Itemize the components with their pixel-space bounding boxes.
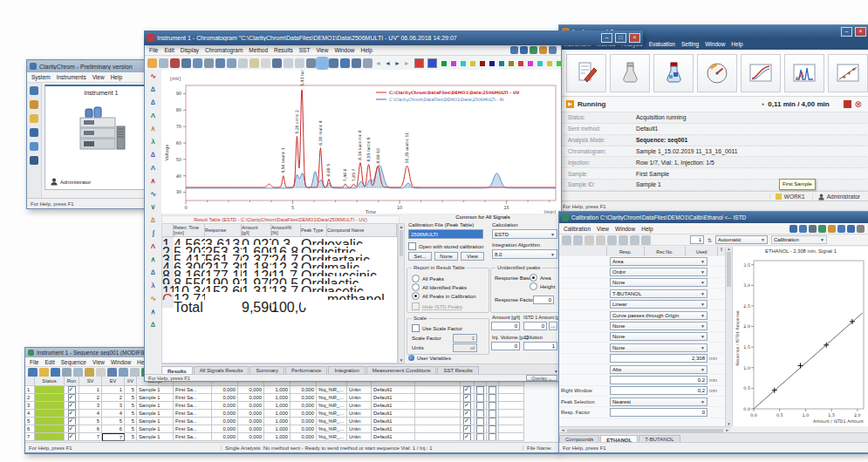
zoom-in-icon[interactable] xyxy=(272,58,282,68)
lock-baseline-tool-icon[interactable]: ∫ xyxy=(148,228,159,238)
baseline-tool-icon[interactable]: ∆ xyxy=(148,85,159,94)
view-dropdown[interactable]: Calibration▼ xyxy=(771,235,827,244)
level-spinner[interactable]: 1 xyxy=(690,235,704,244)
row-checkbox[interactable] xyxy=(463,410,471,418)
settings-gear-icon[interactable] xyxy=(30,100,38,109)
row-checkbox[interactable] xyxy=(463,425,471,433)
response-base-radio[interactable] xyxy=(530,274,537,282)
zoom-out-icon[interactable] xyxy=(619,235,628,245)
axis-units-tool-icon[interactable]: ∿ xyxy=(148,71,159,81)
undo-icon[interactable] xyxy=(584,235,594,245)
integration-tool-icon[interactable]: λ xyxy=(148,137,159,146)
peak-width-tool-icon[interactable]: ∆ xyxy=(148,150,159,160)
run-checkbox[interactable] xyxy=(68,394,76,402)
paste-icon[interactable] xyxy=(130,368,140,377)
main-window-titlebar[interactable]: ClarityChrom - Preliminary version xyxy=(27,60,162,72)
save-sequence-icon[interactable] xyxy=(51,368,60,377)
use-scale-row[interactable]: Use Scale Factor xyxy=(412,324,462,332)
calibration-property-dropdown[interactable]: Linear▼ xyxy=(610,300,707,309)
menu-item-window[interactable]: Window xyxy=(705,41,725,47)
overlay-signal-color-10[interactable] xyxy=(509,61,514,66)
results-tab-performance[interactable]: Performance xyxy=(285,366,327,374)
zoom-in-icon[interactable] xyxy=(607,235,617,245)
row-checkbox[interactable] xyxy=(463,433,471,441)
menu-item-edit[interactable]: Edit xyxy=(164,47,174,53)
menu-item-file[interactable]: File xyxy=(149,47,158,53)
inj-volume-field[interactable]: 0 xyxy=(491,342,520,350)
sequence-column-header[interactable] xyxy=(25,377,35,386)
sequence-button[interactable] xyxy=(653,54,694,92)
overlay-signal-color-13[interactable] xyxy=(537,61,543,66)
redo-icon[interactable] xyxy=(96,368,106,377)
menu-item-view[interactable]: View xyxy=(92,74,105,80)
overlay-signal-color-5[interactable] xyxy=(461,61,466,66)
annotate-icon[interactable] xyxy=(363,58,372,68)
run-checkbox[interactable] xyxy=(68,433,76,441)
open-chromatogram-icon[interactable] xyxy=(147,58,157,68)
new-calibration-icon[interactable] xyxy=(789,225,797,233)
menu-item-edit[interactable]: Edit xyxy=(44,359,54,365)
stop-button[interactable] xyxy=(844,100,851,108)
zoom-out-icon[interactable] xyxy=(284,58,293,68)
globe-icon[interactable] xyxy=(847,225,855,233)
open-stored-checkbox[interactable] xyxy=(408,242,416,250)
open-folder-icon[interactable] xyxy=(30,114,38,123)
calibration-grid-column-header[interactable]: Resp. xyxy=(607,247,645,256)
results-tab-sst-results[interactable]: SST Results xyxy=(437,366,478,374)
results-tab-all-signals-results[interactable]: All Signals Results xyxy=(194,366,249,374)
scroll-up-arrow[interactable]: ▲ xyxy=(399,224,404,229)
results-tab-measurement-conditions[interactable]: Measurement Conditions xyxy=(366,366,437,374)
use-scale-checkbox[interactable] xyxy=(412,324,420,332)
menu-item-setting[interactable]: Setting xyxy=(681,41,699,47)
menu-item-help[interactable]: Help xyxy=(361,47,372,53)
calibration-property-dropdown[interactable]: Nearest▼ xyxy=(610,397,707,406)
result-table-scrollbar[interactable]: ▲ ▼ xyxy=(398,223,405,363)
result-column-header[interactable]: Compound Name xyxy=(327,224,397,237)
menu-item-display[interactable]: Display xyxy=(181,47,199,53)
print-icon[interactable] xyxy=(204,58,214,68)
menu-item-calibration[interactable]: Calibration xyxy=(564,226,591,232)
row-checkbox[interactable] xyxy=(463,402,471,410)
data-acquisition-button[interactable] xyxy=(741,54,781,92)
result-column-header[interactable]: Peak Type xyxy=(301,224,327,237)
result-row[interactable]: 98,550190,9341,97020,5Ordnrlactic xyxy=(162,276,397,284)
open-method-icon[interactable] xyxy=(510,46,518,54)
sequence-row[interactable]: 5555Sample 1First Sa...0,0000,0001,0000,… xyxy=(25,418,559,425)
mode-dropdown[interactable]: Automatic▼ xyxy=(715,235,768,244)
overlay-signal-color-8[interactable] xyxy=(489,61,495,66)
overlay-icon[interactable] xyxy=(520,46,528,54)
report-tool-icon[interactable]: ∆ xyxy=(148,320,159,330)
sequence-row[interactable]: 4445Sample 1First Sa...0,0000,0001,0000,… xyxy=(25,410,559,418)
menu-item-results[interactable]: Results xyxy=(274,47,293,53)
detector-tool-icon[interactable]: ∆ xyxy=(148,268,159,277)
save-icon[interactable] xyxy=(159,58,168,68)
report-radio[interactable] xyxy=(412,283,420,291)
menu-item-evaluation[interactable]: Evaluation xyxy=(649,41,675,47)
chromatogram-info-icon[interactable] xyxy=(530,46,537,54)
close-chromatogram-icon[interactable] xyxy=(170,58,180,68)
new-sequence-icon[interactable] xyxy=(28,368,38,377)
menu-item-help[interactable]: Help xyxy=(111,74,122,80)
user-chip[interactable]: Administrator xyxy=(812,194,865,200)
run-checkbox[interactable] xyxy=(68,410,76,418)
overlay-button[interactable]: Overlay ⌄ xyxy=(526,375,557,381)
copy-icon[interactable] xyxy=(227,58,236,68)
row-checkbox[interactable] xyxy=(489,402,496,410)
result-column-header[interactable]: Reten. Time[min] xyxy=(174,224,205,237)
scroll-thumb[interactable] xyxy=(567,429,722,432)
report-radio[interactable] xyxy=(412,275,420,282)
security-shield-icon[interactable] xyxy=(30,128,38,137)
print-icon[interactable] xyxy=(62,368,72,377)
first-chromatogram-icon[interactable]: ◄ xyxy=(374,60,382,66)
calculation-dropdown[interactable]: ESTD▼ xyxy=(492,229,557,239)
row-checkbox[interactable] xyxy=(476,386,484,394)
calibration-property-field[interactable]: 0,2 xyxy=(610,376,707,384)
result-row[interactable]: 88,160177,1511,12611,7Ordnrsuccinic xyxy=(162,268,397,276)
chromatogram-titlebar[interactable]: Instrument 1 - Chromatogram "C:\ClarityC… xyxy=(144,31,643,45)
peak-start-tool-icon[interactable]: ∆ xyxy=(148,98,159,107)
sort-arrows-icon[interactable]: ⇕ xyxy=(718,247,725,256)
undo-icon[interactable] xyxy=(85,368,94,377)
row-checkbox[interactable] xyxy=(489,386,496,394)
set-button[interactable]: Set... xyxy=(408,252,432,261)
row-checkbox[interactable] xyxy=(476,394,484,402)
